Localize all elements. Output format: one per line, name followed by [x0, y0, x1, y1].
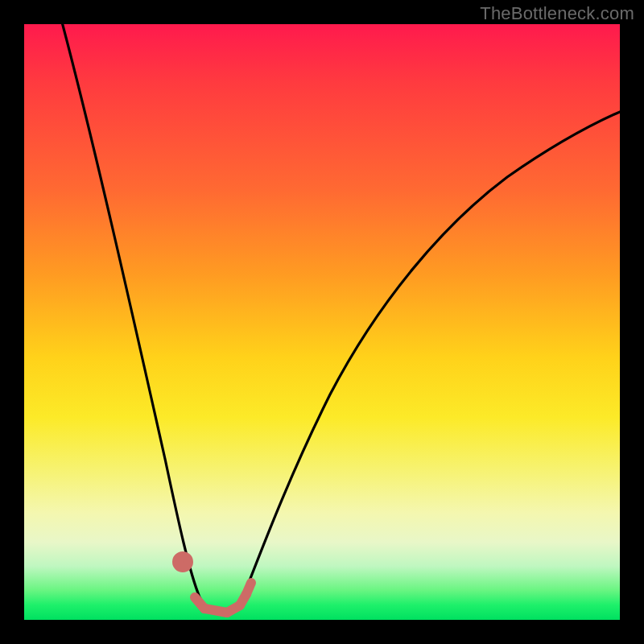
watermark-text: TheBottleneck.com [480, 3, 634, 24]
flat-region-markers [177, 556, 251, 613]
chart-frame: TheBottleneck.com [0, 0, 644, 644]
bottleneck-curve-path [60, 24, 620, 612]
svg-line-5 [246, 583, 251, 594]
svg-point-0 [177, 556, 188, 568]
plot-area [24, 24, 620, 620]
curve-svg [24, 24, 620, 620]
